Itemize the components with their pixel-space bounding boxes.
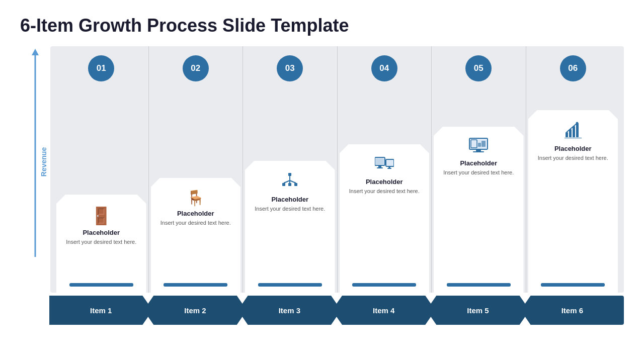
svg-rect-20 (481, 141, 486, 147)
card-3-bar (258, 283, 322, 287)
card-2-text: Insert your desired text here. (160, 219, 231, 227)
y-axis-arrow (32, 49, 39, 55)
svg-rect-11 (377, 167, 383, 168)
svg-rect-9 (376, 158, 384, 164)
card-1-title: Placeholder (83, 229, 120, 236)
icon-network (281, 172, 298, 193)
icon-monitor (469, 138, 488, 156)
card-6-title: Placeholder (554, 145, 592, 152)
card-6-bar (541, 283, 605, 287)
svg-rect-13 (386, 160, 393, 166)
chart-area: 01 🚪 Placeholder Insert your desired tex… (50, 46, 624, 293)
card-6: Placeholder Insert your desired text her… (528, 110, 618, 293)
svg-rect-18 (476, 150, 481, 151)
card-3-text: Insert your desired text here. (255, 205, 325, 213)
slide-title: 6-Item Growth Process Slide Template (20, 15, 624, 36)
num-circle-2: 02 (183, 55, 209, 81)
num-circle-6: 06 (560, 55, 586, 81)
svg-rect-19 (473, 151, 484, 152)
arrow-item-2: Item 2 (143, 296, 247, 325)
card-1-text: Insert your desired text here. (66, 238, 136, 246)
column-1: 01 🚪 Placeholder Insert your desired tex… (54, 46, 149, 293)
svg-rect-14 (388, 167, 390, 168)
svg-rect-28 (565, 138, 582, 138)
svg-rect-0 (288, 173, 291, 176)
arrow-item-3: Item 3 (238, 296, 341, 325)
icon-computer (375, 155, 394, 175)
arrow-bar: Item 1 Item 2 Item 3 Item 4 Item 5 Item … (49, 296, 624, 325)
arrow-item-5: Item 5 (426, 296, 529, 325)
num-circle-1: 01 (88, 55, 114, 81)
svg-rect-24 (569, 129, 572, 137)
y-axis: Revenue (20, 46, 50, 293)
svg-rect-26 (576, 123, 579, 137)
card-4-bar (352, 283, 416, 287)
svg-rect-3 (294, 183, 297, 186)
arrow-item-1: Item 1 (49, 296, 152, 325)
card-5-text: Insert your desired text here. (443, 169, 514, 176)
y-axis-label: Revenue (40, 147, 48, 176)
arrow-item-6: Item 6 (521, 296, 624, 325)
slide: 6-Item Growth Process Slide Template Rev… (0, 0, 644, 362)
num-circle-5: 05 (465, 55, 492, 81)
arrow-item-4: Item 4 (332, 296, 435, 325)
icon-door: 🚪 (91, 206, 112, 226)
card-3-title: Placeholder (271, 196, 308, 203)
svg-rect-1 (282, 183, 285, 186)
svg-rect-25 (573, 126, 575, 137)
svg-rect-23 (566, 132, 568, 137)
svg-rect-15 (387, 168, 391, 169)
icon-chair: 🪑 (186, 189, 205, 207)
svg-line-6 (290, 180, 296, 183)
column-6: 06 Placeholder Ins (526, 46, 620, 293)
card-2-title: Placeholder (177, 210, 214, 217)
card-2: 🪑 Placeholder Insert your desired text h… (151, 178, 241, 293)
svg-rect-21 (478, 143, 481, 147)
card-5: Placeholder Insert your desired text her… (434, 127, 524, 293)
card-5-bar (447, 283, 511, 287)
num-circle-3: 03 (277, 55, 303, 81)
card-4-title: Placeholder (366, 178, 403, 186)
num-circle-4: 04 (371, 55, 397, 81)
card-2-bar (164, 283, 227, 287)
card-5-title: Placeholder (460, 159, 497, 167)
column-3: 03 Placeholder Ins (243, 46, 338, 293)
svg-rect-2 (288, 183, 291, 186)
column-2: 02 🪑 Placeholder Insert your desired tex… (149, 46, 244, 293)
card-1-bar (69, 283, 133, 287)
svg-point-27 (576, 122, 578, 125)
svg-rect-10 (378, 166, 381, 167)
column-4: 04 (338, 46, 432, 293)
card-1: 🚪 Placeholder Insert your desired text h… (56, 195, 146, 293)
card-4: Placeholder Insert your desired text her… (340, 144, 430, 293)
column-5: 05 Placeholder Ins (432, 46, 526, 293)
svg-line-5 (284, 180, 290, 183)
y-axis-line (35, 53, 36, 257)
card-4-text: Insert your desired text here. (349, 188, 420, 195)
card-6-text: Insert your desired text here. (538, 154, 608, 162)
icon-chart (565, 121, 582, 142)
card-3: Placeholder Insert your desired text her… (245, 161, 335, 293)
